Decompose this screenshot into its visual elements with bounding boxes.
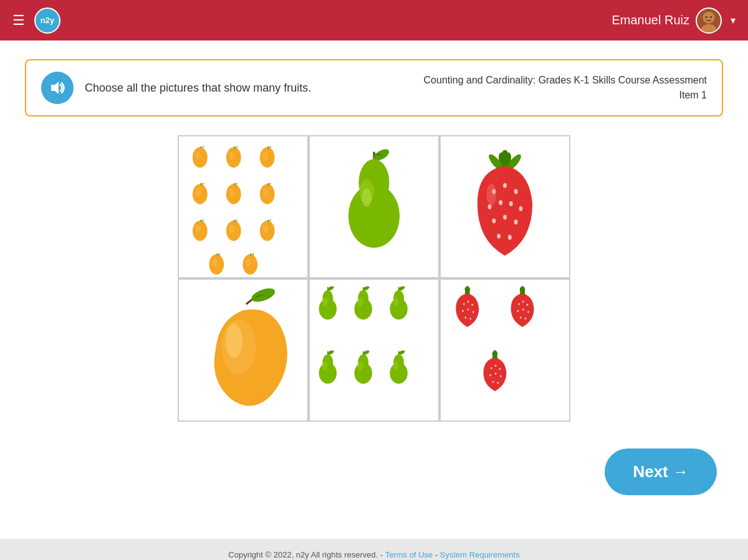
svg-point-113 bbox=[491, 367, 492, 369]
svg-point-34 bbox=[362, 189, 372, 207]
fruit-card-2[interactable] bbox=[309, 135, 439, 278]
svg-point-116 bbox=[489, 374, 491, 376]
svg-point-120 bbox=[497, 382, 499, 384]
question-left: Choose all the pictures that show many f… bbox=[41, 72, 311, 104]
main-content: Choose all the pictures that show many f… bbox=[0, 40, 748, 539]
logo: n2y bbox=[34, 7, 60, 34]
terms-link[interactable]: Terms of Use bbox=[385, 550, 433, 559]
svg-point-95 bbox=[467, 308, 469, 310]
svg-point-67 bbox=[358, 298, 363, 306]
svg-point-46 bbox=[519, 206, 523, 211]
question-box: Choose all the pictures that show many f… bbox=[25, 59, 723, 116]
svg-point-11 bbox=[263, 152, 269, 160]
svg-point-21 bbox=[229, 225, 235, 233]
svg-point-1 bbox=[701, 24, 717, 32]
audio-button[interactable] bbox=[41, 72, 74, 104]
header-left: ☰ n2y bbox=[12, 7, 60, 34]
svg-point-87 bbox=[393, 362, 398, 371]
fruit-card-1[interactable] bbox=[178, 135, 309, 278]
svg-point-117 bbox=[495, 373, 497, 374]
svg-point-49 bbox=[514, 220, 518, 225]
svg-point-106 bbox=[522, 308, 524, 310]
svg-point-104 bbox=[527, 304, 529, 306]
svg-point-114 bbox=[495, 364, 497, 366]
svg-point-0 bbox=[703, 11, 715, 23]
svg-point-57 bbox=[226, 324, 242, 358]
svg-point-15 bbox=[229, 188, 235, 196]
svg-point-50 bbox=[497, 234, 501, 239]
svg-point-118 bbox=[500, 375, 502, 377]
chevron-down-icon[interactable]: ▾ bbox=[731, 14, 736, 26]
svg-point-97 bbox=[465, 316, 467, 318]
next-button[interactable]: Next → bbox=[605, 448, 717, 495]
svg-point-98 bbox=[469, 318, 471, 320]
header-right: Emanuel Ruiz ▾ bbox=[611, 7, 736, 34]
svg-point-13 bbox=[196, 188, 201, 196]
copyright-text: Copyright © 2022, n2y All rights reserve… bbox=[228, 550, 385, 559]
svg-point-119 bbox=[492, 381, 494, 382]
system-requirements-link[interactable]: System Requirements bbox=[440, 550, 520, 559]
svg-point-103 bbox=[522, 300, 524, 302]
menu-icon[interactable]: ☰ bbox=[12, 12, 25, 29]
question-text: Choose all the pictures that show many f… bbox=[85, 82, 311, 95]
svg-point-2 bbox=[706, 16, 707, 17]
svg-point-109 bbox=[525, 318, 527, 320]
svg-point-42 bbox=[514, 189, 518, 194]
svg-point-25 bbox=[212, 259, 218, 267]
svg-point-45 bbox=[509, 201, 513, 206]
svg-point-62 bbox=[322, 298, 327, 306]
fruit-card-4[interactable] bbox=[178, 278, 309, 422]
svg-point-51 bbox=[508, 235, 512, 240]
svg-point-41 bbox=[503, 183, 507, 188]
assessment-info: Counting and Cardinality: Grades K-1 Ski… bbox=[424, 73, 707, 103]
svg-point-19 bbox=[196, 225, 201, 233]
svg-point-77 bbox=[322, 362, 327, 371]
avatar bbox=[696, 7, 722, 34]
svg-point-44 bbox=[499, 200, 502, 205]
fruit-grid bbox=[168, 135, 580, 422]
svg-point-47 bbox=[492, 219, 496, 224]
svg-point-9 bbox=[229, 152, 235, 160]
svg-point-91 bbox=[463, 303, 465, 305]
svg-point-17 bbox=[263, 188, 269, 196]
svg-point-72 bbox=[393, 298, 398, 306]
svg-marker-4 bbox=[51, 82, 59, 94]
user-name: Emanuel Ruiz bbox=[611, 13, 689, 27]
item-label: Item 1 bbox=[424, 88, 707, 103]
svg-point-3 bbox=[710, 16, 712, 17]
fruit-card-3[interactable] bbox=[439, 135, 570, 278]
svg-point-92 bbox=[467, 300, 469, 302]
svg-point-115 bbox=[499, 368, 501, 370]
svg-point-94 bbox=[462, 310, 464, 312]
fruit-card-6[interactable] bbox=[439, 278, 570, 422]
svg-point-7 bbox=[196, 152, 201, 160]
svg-point-93 bbox=[471, 304, 473, 306]
footer-separator: - bbox=[433, 550, 440, 559]
svg-point-48 bbox=[503, 215, 507, 220]
svg-point-107 bbox=[527, 311, 529, 313]
svg-point-105 bbox=[517, 310, 519, 312]
fruit-card-5[interactable] bbox=[309, 278, 439, 422]
footer: Copyright © 2022, n2y All rights reserve… bbox=[0, 539, 748, 560]
svg-point-82 bbox=[358, 362, 363, 371]
assessment-title: Counting and Cardinality: Grades K-1 Ski… bbox=[424, 73, 707, 88]
svg-point-102 bbox=[518, 303, 520, 305]
app-header: ☰ n2y Emanuel Ruiz ▾ bbox=[0, 0, 748, 40]
svg-point-23 bbox=[263, 225, 269, 233]
svg-point-108 bbox=[520, 316, 522, 318]
svg-point-96 bbox=[472, 311, 474, 313]
svg-point-27 bbox=[246, 259, 251, 267]
svg-point-52 bbox=[487, 184, 497, 206]
